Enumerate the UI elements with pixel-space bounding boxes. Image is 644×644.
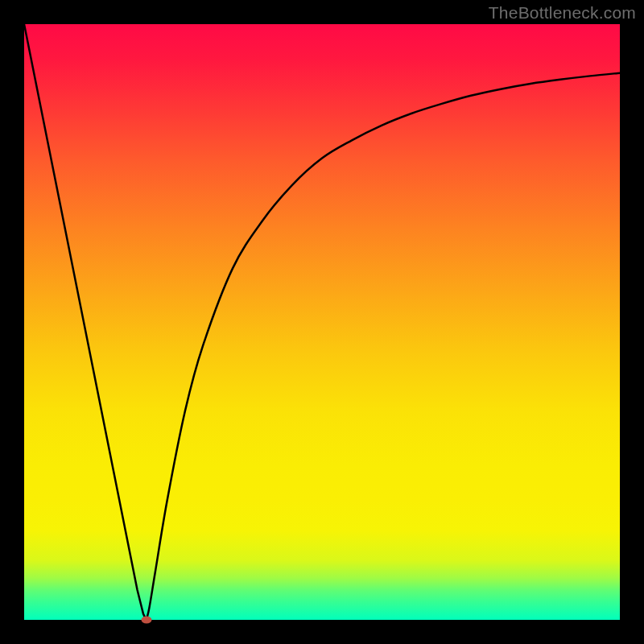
watermark-text: TheBottleneck.com <box>489 3 636 23</box>
optimum-marker <box>141 617 151 624</box>
chart-frame: TheBottleneck.com <box>0 0 644 644</box>
bottleneck-curve <box>24 24 620 620</box>
plot-area <box>24 24 620 620</box>
curve-svg <box>24 24 620 620</box>
